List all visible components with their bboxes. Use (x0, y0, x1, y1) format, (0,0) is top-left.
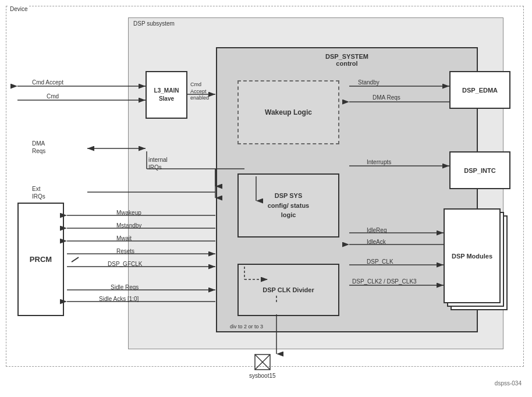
mstandby-label: Mstandby (116, 222, 141, 229)
clk-divider-label: DSP CLK Divider (263, 285, 314, 295)
sidle-reqs-label: Sidle Reqs (111, 284, 139, 290)
cmd-accept-enabled-label: CmdAcceptenabled (190, 81, 209, 102)
dspss-label: dspss-034 (495, 380, 522, 387)
dsp-subsystem-label: DSP subsystem (133, 20, 175, 27)
l3main-label: L3_MAINSlave (154, 87, 179, 103)
resets-label: Resets (116, 248, 134, 254)
internal-irqs-label: internalIRQs (148, 156, 168, 171)
dsp-clk-label: DSP_CLK (367, 258, 393, 265)
dma-reqs-left-label: DMAReqs (32, 140, 45, 155)
dsp-system-label: DSP_SYSTEM control (217, 53, 477, 67)
device-label: Device (9, 6, 29, 12)
interrupts-label: Interrupts (367, 159, 391, 165)
dsp-module-box-front: DSP Modules (444, 208, 501, 303)
wakeup-label: Wakeup Logic (265, 107, 312, 118)
sidle-acks-label: Sidle Acks [1:0] (99, 296, 139, 302)
idle-ack-label: IdleAck (367, 239, 386, 245)
sysboot-container: sysboot15 (249, 354, 276, 379)
dsp-edma-label: DSP_EDMA (462, 87, 498, 94)
cmd-accept-label: Cmd Accept (32, 79, 63, 86)
cmd-label: Cmd (47, 93, 59, 100)
l3main-box: L3_MAINSlave (146, 71, 187, 119)
clk-divider-box: DSP CLK Divider (237, 264, 339, 316)
dsp-system-outer-box: DSP_SYSTEM control Wakeup Logic DSP SYSc… (216, 47, 478, 332)
dsp-intc-box: DSP_INTC (449, 151, 510, 189)
sysboot-icon (254, 354, 271, 370)
dma-reqs-right-label: DMA Reqs (373, 94, 400, 101)
dsp-sys-box: DSP SYSconfig/ statuslogic (237, 173, 339, 238)
mwait-label: Mwait (116, 235, 132, 242)
sysboot-label: sysboot15 (249, 373, 276, 379)
diagram-container: Device DSP subsystem DSP_SYSTEM control … (0, 0, 532, 397)
mwakeup-label: Mwakeup (116, 210, 141, 216)
wakeup-box: Wakeup Logic (237, 80, 339, 144)
dsp-edma-box: DSP_EDMA (449, 71, 510, 109)
idle-req-label: IdleReq (367, 227, 386, 233)
prcm-label: PRCM (30, 255, 52, 264)
dsp-gfclk-label: DSP_GFCLK (108, 261, 142, 267)
dsp-clk23-label: DSP_CLK2 / DSP_CLK3 (352, 278, 417, 285)
standby-label: Standby (358, 79, 380, 86)
div-note-label: div to 2 or to 3 (230, 324, 263, 329)
dsp-sys-label: DSP SYSconfig/ statuslogic (268, 191, 310, 220)
ext-irqs-label: ExtIRQs (32, 185, 45, 200)
prcm-box: PRCM (17, 203, 64, 316)
dsp-intc-label: DSP_INTC (464, 167, 495, 174)
dsp-modules-container: DSP Modules (444, 208, 505, 316)
dsp-modules-label: DSP Modules (452, 253, 492, 260)
